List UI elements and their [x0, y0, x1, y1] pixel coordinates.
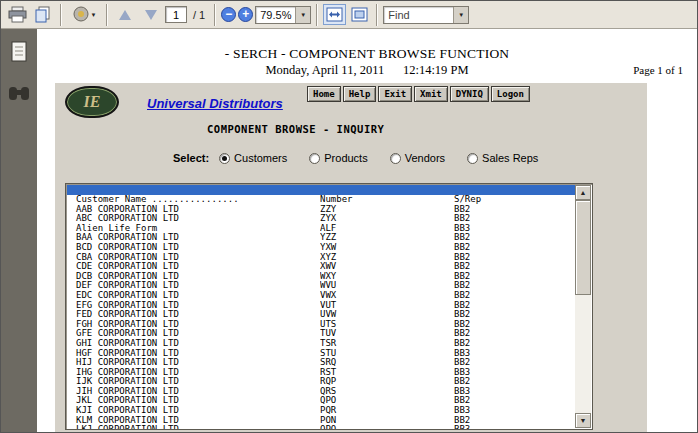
- zoom-out-button[interactable]: −: [221, 7, 236, 22]
- nav-button[interactable]: Logon: [491, 86, 530, 102]
- fit-width-button[interactable]: [323, 4, 346, 25]
- list-item[interactable]: FED CORPORATION LTD UVW BB2: [67, 310, 575, 320]
- customer-listbox: Customer Name ................ Number S/…: [65, 183, 593, 430]
- customer-name: JKL CORPORATION LTD: [67, 396, 320, 406]
- list-item[interactable]: EFG CORPORATION LTD VUT BB2: [67, 301, 575, 311]
- customer-number: YZZ: [320, 233, 454, 243]
- customer-srep: BB2: [454, 416, 575, 426]
- radio-button-icon: [467, 153, 478, 164]
- list-item[interactable]: CBA CORPORATION LTD XYZ BB2: [67, 253, 575, 263]
- pages-panel-button[interactable]: [5, 37, 33, 65]
- customer-name: Alien Life Form: [67, 224, 320, 234]
- zoom-level-value: 79.5%: [256, 9, 295, 21]
- list-item[interactable]: DEF CORPORATION LTD WVU BB2: [67, 281, 575, 291]
- scroll-down-button[interactable]: ▼: [575, 413, 591, 428]
- app-panel: IE Universal Distributors Home Help Exit…: [55, 83, 647, 432]
- find-combobox[interactable]: Find ▼: [383, 6, 469, 24]
- dropdown-arrow-icon: ▼: [458, 12, 464, 18]
- nav-button[interactable]: DYNIQ: [450, 86, 489, 102]
- nav-button[interactable]: Xmit: [414, 86, 448, 102]
- list-item[interactable]: HIJ CORPORATION LTD SRQ BB2: [67, 358, 575, 368]
- list-item[interactable]: EDC CORPORATION LTD VWX BB2: [67, 291, 575, 301]
- customer-srep: BB3: [454, 368, 575, 378]
- fit-page-button[interactable]: [348, 4, 371, 25]
- listbox-scrollbar[interactable]: ▲ ▼: [575, 185, 591, 428]
- customer-name: DEF CORPORATION LTD: [67, 281, 320, 291]
- zoom-level-combobox[interactable]: 79.5% ▼: [255, 6, 311, 24]
- nav-button[interactable]: Home: [307, 86, 341, 102]
- search-panel-button[interactable]: [5, 79, 33, 107]
- nav-button[interactable]: Exit: [378, 86, 412, 102]
- radio-group: Customers Products Vendors: [219, 152, 538, 164]
- list-item[interactable]: FGH CORPORATION LTD UTS BB2: [67, 320, 575, 330]
- nav-pane: [1, 29, 37, 432]
- list-item[interactable]: BAA CORPORATION LTD YZZ BB2: [67, 233, 575, 243]
- customer-number: OPQ: [320, 425, 454, 429]
- picture-tasks-button[interactable]: ▼: [67, 3, 101, 27]
- customer-name: KLM CORPORATION LTD: [67, 416, 320, 426]
- save-copy-button[interactable]: [31, 3, 55, 27]
- list-item[interactable]: JIH CORPORATION LTD QRS BB3: [67, 387, 575, 397]
- header-customer-name: Customer Name ................: [67, 195, 320, 205]
- list-item[interactable]: Alien Life Form ALF BB3: [67, 224, 575, 234]
- document-page: - SERCH - COMPONENT BROWSE FUNCTION Mond…: [37, 29, 697, 432]
- radio-label: Sales Reps: [482, 152, 538, 164]
- radio-option[interactable]: Sales Reps: [467, 152, 538, 164]
- zoom-in-button[interactable]: +: [238, 7, 253, 22]
- binoculars-search-icon: [8, 84, 30, 102]
- customer-number: QPO: [320, 396, 454, 406]
- list-item[interactable]: GHI CORPORATION LTD TSR BB2: [67, 339, 575, 349]
- customer-number: WXY: [320, 272, 454, 282]
- customer-name: JIH CORPORATION LTD: [67, 387, 320, 397]
- radio-option[interactable]: Products: [309, 152, 367, 164]
- scroll-up-button[interactable]: ▲: [575, 185, 591, 200]
- radio-button-icon: [309, 153, 320, 164]
- customer-name: CBA CORPORATION LTD: [67, 253, 320, 263]
- list-item[interactable]: KLM CORPORATION LTD PON BB2: [67, 416, 575, 426]
- nav-button[interactable]: Help: [343, 86, 377, 102]
- header-number: Number: [320, 195, 454, 205]
- page-number-input[interactable]: [165, 6, 187, 23]
- customer-srep: BB2: [454, 358, 575, 368]
- picture-tasks-icon: [72, 6, 90, 23]
- list-item[interactable]: HGF CORPORATION LTD STU BB3: [67, 349, 575, 359]
- customer-srep: BB3: [454, 387, 575, 397]
- customer-number: SRQ: [320, 358, 454, 368]
- customer-number: UVW: [320, 310, 454, 320]
- customer-name: IJK CORPORATION LTD: [67, 377, 320, 387]
- next-page-button[interactable]: [139, 3, 163, 27]
- list-item[interactable]: ABC CORPORATION LTD ZYX BB2: [67, 214, 575, 224]
- list-header-row[interactable]: Customer Name ................ Number S/…: [67, 195, 575, 205]
- scrollbar-track[interactable]: [575, 200, 591, 413]
- customer-number: XWV: [320, 262, 454, 272]
- list-item[interactable]: DCB CORPORATION LTD WXY BB2: [67, 272, 575, 282]
- list-item[interactable]: LKJ CORPORATION LTD OPQ BB3: [67, 425, 575, 429]
- find-dropdown-button[interactable]: ▼: [453, 7, 468, 23]
- radio-option[interactable]: Customers: [219, 152, 287, 164]
- list-item[interactable]: IJK CORPORATION LTD RQP BB2: [67, 377, 575, 387]
- customer-srep: BB2: [454, 377, 575, 387]
- list-item[interactable]: IHG CORPORATION LTD RST BB3: [67, 368, 575, 378]
- list-item[interactable]: GFE CORPORATION LTD TUV BB2: [67, 329, 575, 339]
- list-item[interactable]: BCD CORPORATION LTD YXW BB2: [67, 243, 575, 253]
- list-item[interactable]: AAB CORPORATION LTD ZZY BB2: [67, 205, 575, 215]
- list-item[interactable]: JKL CORPORATION LTD QPO BB2: [67, 396, 575, 406]
- selected-row[interactable]: [67, 185, 575, 195]
- list-item[interactable]: CDE CORPORATION LTD XWV BB2: [67, 262, 575, 272]
- brand-link[interactable]: Universal Distributors: [147, 96, 283, 111]
- customer-name: GFE CORPORATION LTD: [67, 329, 320, 339]
- customer-name: CDE CORPORATION LTD: [67, 262, 320, 272]
- company-logo: IE: [65, 86, 119, 118]
- listbox-content: Customer Name ................ Number S/…: [67, 185, 575, 429]
- previous-page-button[interactable]: [113, 3, 137, 27]
- pdf-toolbar: ▼ / 1 − + 79.5% ▼ Find ▼: [1, 1, 697, 29]
- customer-number: PQR: [320, 406, 454, 416]
- radio-option[interactable]: Vendors: [390, 152, 445, 164]
- scrollbar-thumb[interactable]: [575, 200, 591, 295]
- zoom-dropdown-button[interactable]: ▼: [295, 7, 310, 23]
- list-item[interactable]: KJI CORPORATION LTD PQR BB3: [67, 406, 575, 416]
- toolbar-separator: [106, 4, 108, 26]
- customer-name: EDC CORPORATION LTD: [67, 291, 320, 301]
- customer-name: KJI CORPORATION LTD: [67, 406, 320, 416]
- print-button[interactable]: [5, 3, 29, 27]
